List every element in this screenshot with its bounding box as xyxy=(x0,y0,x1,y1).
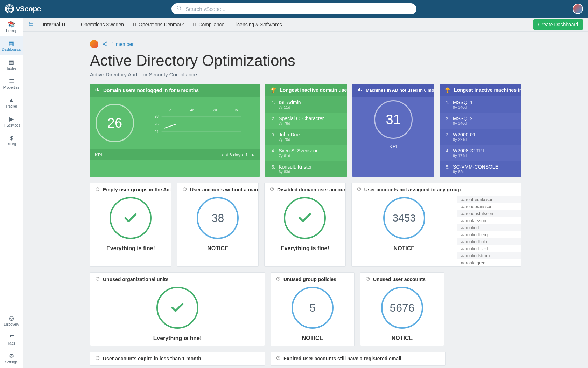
status-text: Everything is fine! xyxy=(106,245,155,255)
gauge-card[interactable]: Unused organizational unitsEverything is… xyxy=(90,272,265,346)
trend-up-icon: ▲ xyxy=(250,152,255,157)
trophy-icon: 🏆 xyxy=(444,87,450,93)
gauge-icon xyxy=(95,186,100,192)
owner-avatar[interactable] xyxy=(90,40,98,48)
list-item[interactable]: aarongoransson xyxy=(457,203,521,210)
rail-item-discovery[interactable]: ◎Discovery xyxy=(0,311,23,330)
rail-item-dashboards[interactable]: ▦Dashboards xyxy=(0,36,23,55)
rank-item[interactable]: 5.Konsult, Krister6y 83d xyxy=(265,161,347,177)
rank-item[interactable]: 3.W2000-019y 221d xyxy=(440,129,521,145)
rail-item-library[interactable]: 📚Library xyxy=(0,18,23,36)
svg-point-30 xyxy=(357,188,360,191)
list-item[interactable]: aaronlindstrom xyxy=(457,252,521,259)
subnav-link-it-operations-denmark[interactable]: IT Operations Denmark xyxy=(133,22,184,27)
rail-item-tracker[interactable]: ▲Tracker xyxy=(0,93,23,112)
rank-item[interactable]: 4.W2008R2-TPL9y 174d xyxy=(440,145,521,161)
dashboard-list-icon[interactable] xyxy=(28,21,34,28)
svg-rect-2 xyxy=(29,22,30,23)
rank-item[interactable]: 2.MSSQL29y 346d xyxy=(440,113,521,129)
svg-text:To: To xyxy=(234,108,238,112)
member-count[interactable]: 1 member xyxy=(112,41,134,47)
rank-card-inactive-users[interactable]: 🏆 Longest inactive domain users 1.ISL Ad… xyxy=(265,84,347,177)
search-icon xyxy=(176,5,182,12)
top-header: vScope xyxy=(0,0,588,18)
rail-item-billing[interactable]: $Billing xyxy=(0,131,23,150)
svg-point-1 xyxy=(177,6,180,9)
row-kpi: Domain users not logged in for 6 months … xyxy=(90,84,521,177)
svg-point-27 xyxy=(96,188,99,191)
share-icon[interactable] xyxy=(103,41,107,47)
card-header: User accounts not assigned to any group xyxy=(352,183,521,196)
create-dashboard-button[interactable]: Create Dashboard xyxy=(533,19,583,30)
rank-item[interactable]: 2.Special C. Character7y 78d xyxy=(265,113,347,129)
list-item[interactable]: aaronlindberg xyxy=(457,231,521,238)
status-text: NOTICE xyxy=(302,335,323,345)
gauge-card[interactable]: Expired user accounts still have a regis… xyxy=(271,352,446,366)
status-text: NOTICE xyxy=(392,335,413,345)
svg-rect-11 xyxy=(96,89,96,91)
subnav: Internal ITIT Operations SwedenIT Operat… xyxy=(23,18,588,32)
left-rail: 📚Library▦Dashboards▤Tables☰Properties▲Tr… xyxy=(0,18,23,368)
rail-item-properties[interactable]: ☰Properties xyxy=(0,74,23,93)
rail-item-tags[interactable]: 🏷Tags xyxy=(0,330,23,349)
rank-item[interactable]: 1.ISL Admin7y 11d xyxy=(265,96,347,113)
kpi-card-domain-users[interactable]: Domain users not logged in for 6 months … xyxy=(90,84,260,177)
gauge-icon xyxy=(95,276,100,282)
gauge-card[interactable]: User accounts not assigned to any group3… xyxy=(351,183,521,267)
meta-row: 1 member xyxy=(90,40,521,48)
rail-item-it-services[interactable]: ▶IT Services xyxy=(0,112,23,131)
gauge-card[interactable]: User accounts without a manager38NOTICE xyxy=(177,183,259,267)
globe-icon xyxy=(5,4,14,13)
gauge-card[interactable]: Unused group policies5NOTICE xyxy=(271,272,355,346)
card-header: Disabled domain user accounts in di... xyxy=(265,183,345,196)
rank-item[interactable]: 1.MSSQL19y 346d xyxy=(440,96,521,113)
search-input[interactable] xyxy=(172,3,416,14)
kpi-header: Domain users not logged in for 6 months xyxy=(90,84,260,97)
gauge-card[interactable]: Unused user accounts5676NOTICE xyxy=(360,272,444,346)
rank-header: 🏆 Longest inactive machines in AD xyxy=(440,84,521,96)
svg-rect-26 xyxy=(361,90,362,91)
list-item[interactable]: aarongustafsson xyxy=(457,210,521,217)
rail-item-settings[interactable]: ⚙Settings xyxy=(0,349,23,368)
kpi-card-machines[interactable]: Machines in AD not used in 6 months 31 K… xyxy=(352,84,434,177)
list-item[interactable]: aaronfredriksson xyxy=(457,196,521,203)
logo[interactable]: vScope xyxy=(5,4,41,13)
list-item[interactable]: aaronlofgren xyxy=(457,259,521,266)
user-avatar[interactable] xyxy=(573,4,583,14)
card-header: Unused organizational units xyxy=(90,273,265,286)
svg-rect-25 xyxy=(359,88,360,91)
rank-title: Longest inactive machines in AD xyxy=(454,87,521,93)
svg-text:2d: 2d xyxy=(213,108,217,112)
card-header: Unused user accounts xyxy=(360,273,444,286)
rank-item[interactable]: 3.John Doe7y 70d xyxy=(265,129,347,145)
rank-item[interactable]: 5.SC-VMM-CONSOLE9y 62d xyxy=(440,161,521,177)
gauge-value: 38 xyxy=(197,197,239,239)
status-text: Everything is fine! xyxy=(153,335,202,345)
svg-rect-4 xyxy=(29,25,30,26)
svg-point-34 xyxy=(96,356,99,360)
gauge-card[interactable]: User accounts expire in less than 1 mont… xyxy=(90,352,265,366)
gauge-card[interactable]: Disabled domain user accounts in di...Ev… xyxy=(264,183,346,267)
list-item[interactable]: aaronlind xyxy=(457,224,521,231)
svg-point-10 xyxy=(106,45,107,46)
list-item[interactable]: aaronlindholm xyxy=(457,238,521,245)
svg-rect-6 xyxy=(30,23,33,24)
rail-spacer xyxy=(0,150,23,311)
search-container xyxy=(172,3,416,14)
gauge-card[interactable]: Empty user groups in the Active Dir...Ev… xyxy=(90,183,172,267)
list-item[interactable]: aaronlarsson xyxy=(457,217,521,224)
subnav-link-it-compliance[interactable]: IT Compliance xyxy=(193,22,224,27)
subnav-link-it-operations-sweden[interactable]: IT Operations Sweden xyxy=(75,22,124,27)
subnav-link-licensing-softwares[interactable]: Licensing & Softwares xyxy=(233,22,282,27)
kpi-footer-right: Last 6 days 1 ▲ xyxy=(219,152,255,157)
rank-card-inactive-machines[interactable]: 🏆 Longest inactive machines in AD 1.MSSQ… xyxy=(440,84,521,177)
rail-item-tables[interactable]: ▤Tables xyxy=(0,55,23,74)
list-item[interactable]: aaronlindqvist xyxy=(457,245,521,252)
rank-item[interactable]: 4.Sven S. Svensson7y 61d xyxy=(265,145,347,161)
gauge-value: 5 xyxy=(292,287,334,329)
main-scroll[interactable]: 1 member Active Directory Optimizations … xyxy=(23,32,588,368)
kpi-value-circle: 26 xyxy=(96,104,134,142)
subnav-link-internal-it[interactable]: Internal IT xyxy=(43,22,66,27)
status-text: NOTICE xyxy=(207,245,228,255)
gauge-icon xyxy=(182,186,187,192)
